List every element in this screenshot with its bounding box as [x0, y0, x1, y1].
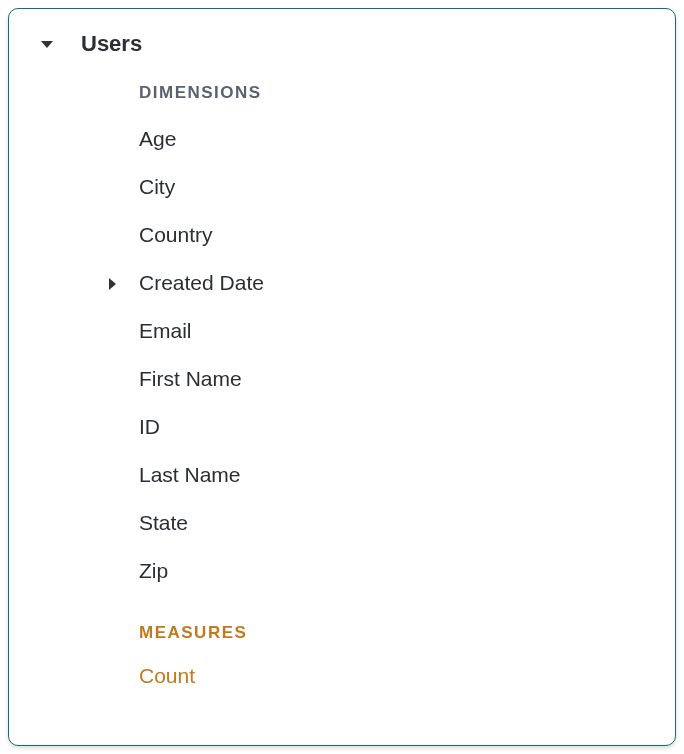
- field-label: ID: [139, 415, 160, 439]
- dimension-field-id[interactable]: ID: [139, 403, 675, 451]
- dimensions-section: DIMENSIONS Age City Country Created Date…: [9, 83, 675, 697]
- field-label: Count: [139, 664, 195, 688]
- chevron-down-icon: [41, 41, 53, 48]
- field-label: First Name: [139, 367, 242, 391]
- dimension-field-last-name[interactable]: Last Name: [139, 451, 675, 499]
- dimension-field-city[interactable]: City: [139, 163, 675, 211]
- field-label: State: [139, 511, 188, 535]
- measures-header: MEASURES: [139, 623, 675, 643]
- field-label: Age: [139, 127, 176, 151]
- field-picker-panel: Users DIMENSIONS Age City Country Create…: [8, 8, 676, 746]
- chevron-right-icon[interactable]: [109, 271, 116, 295]
- field-label: Zip: [139, 559, 168, 583]
- field-label: Created Date: [139, 271, 264, 295]
- field-label: Last Name: [139, 463, 241, 487]
- field-label: Country: [139, 223, 213, 247]
- field-label: Email: [139, 319, 192, 343]
- measure-field-count[interactable]: Count: [139, 655, 675, 697]
- dimensions-header: DIMENSIONS: [139, 83, 675, 103]
- view-header-row[interactable]: Users: [9, 31, 675, 57]
- dimension-field-first-name[interactable]: First Name: [139, 355, 675, 403]
- dimension-field-email[interactable]: Email: [139, 307, 675, 355]
- view-title: Users: [81, 31, 142, 57]
- dimension-field-country[interactable]: Country: [139, 211, 675, 259]
- dimension-field-created-date[interactable]: Created Date: [139, 259, 675, 307]
- dimension-field-age[interactable]: Age: [139, 115, 675, 163]
- dimension-field-zip[interactable]: Zip: [139, 547, 675, 595]
- field-label: City: [139, 175, 175, 199]
- dimension-field-state[interactable]: State: [139, 499, 675, 547]
